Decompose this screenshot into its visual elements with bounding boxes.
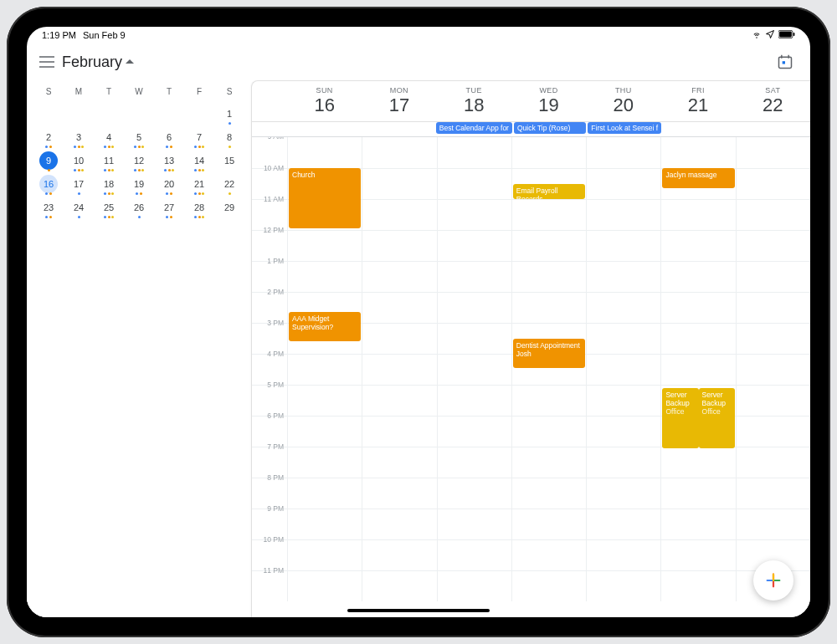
- event-dots: [124, 192, 154, 195]
- mini-day-number: 12: [130, 151, 148, 170]
- event-dots: [214, 122, 244, 125]
- mini-day-cell[interactable]: 16: [33, 173, 64, 197]
- event-dots: [94, 216, 124, 218]
- month-dropdown[interactable]: February: [62, 54, 134, 71]
- home-indicator[interactable]: [347, 609, 490, 612]
- weekday-label: THU: [586, 86, 660, 95]
- week-body[interactable]: 9 AM10 AM11 AM12 PM1 PM2 PM3 PM4 PM5 PM6…: [252, 137, 810, 617]
- sidebar: SMTWTFS 12345678910111213141516171819202…: [27, 80, 251, 617]
- hour-label: 5 PM: [267, 381, 284, 389]
- day-column[interactable]: [586, 137, 660, 601]
- mini-day-cell[interactable]: 21: [184, 173, 214, 197]
- allday-slot[interactable]: [361, 122, 434, 136]
- mini-day-cell[interactable]: 9: [33, 150, 64, 173]
- calendar-event[interactable]: Church: [289, 168, 361, 228]
- week-day-header[interactable]: THU20: [586, 84, 660, 121]
- day-column[interactable]: [736, 137, 810, 601]
- allday-slot[interactable]: [287, 122, 361, 136]
- mini-day-cell[interactable]: 17: [64, 173, 94, 197]
- svg-rect-1: [779, 32, 792, 38]
- allday-slot[interactable]: Quick Tip (Rose): [513, 122, 587, 136]
- day-column[interactable]: ChurchAAA Midget Supervision?: [287, 137, 362, 601]
- mini-day-cell[interactable]: 3: [64, 126, 94, 150]
- day-column[interactable]: [362, 137, 436, 601]
- mini-day-cell[interactable]: 10: [64, 150, 94, 173]
- event-dots: [184, 169, 214, 171]
- day-column[interactable]: Jaclyn massageServer BackupOfficeServer …: [660, 137, 735, 601]
- weekday-label: TUE: [437, 86, 511, 95]
- mini-day-cell[interactable]: 13: [154, 150, 184, 173]
- day-column[interactable]: Email Payroll RecordsDentist Appointment…: [511, 137, 586, 601]
- mini-day-cell[interactable]: 28: [184, 197, 214, 220]
- mini-day-number: 24: [69, 198, 88, 217]
- mini-day-number: [39, 105, 58, 123]
- menu-button[interactable]: [35, 50, 59, 74]
- mini-day-cell[interactable]: 26: [124, 197, 154, 220]
- mini-day-cell[interactable]: 24: [64, 197, 94, 220]
- hour-label: 9 PM: [267, 504, 284, 513]
- week-day-header[interactable]: MON17: [362, 84, 436, 121]
- mini-weekday: M: [64, 84, 94, 103]
- event-dots: [154, 169, 184, 171]
- weekday-number: 19: [511, 95, 586, 116]
- week-day-header[interactable]: FRI21: [660, 84, 735, 121]
- add-event-button[interactable]: [753, 560, 793, 601]
- mini-day-cell[interactable]: 19: [124, 173, 154, 197]
- app-header: February: [27, 43, 810, 80]
- mini-day-number: 4: [100, 128, 118, 146]
- allday-slot[interactable]: First Look at Sensei f: [587, 122, 662, 136]
- event-dots: [154, 146, 184, 148]
- ipad-frame: 1:19 PM Sun Feb 9 February: [7, 7, 830, 637]
- mini-day-cell[interactable]: 5: [124, 126, 154, 150]
- mini-day-cell[interactable]: 2: [33, 126, 64, 150]
- hour-label: 7 PM: [267, 442, 284, 451]
- allday-slot[interactable]: [737, 122, 810, 136]
- day-column[interactable]: [437, 137, 511, 601]
- weekday-label: FRI: [660, 86, 735, 95]
- mini-day-cell[interactable]: 7: [184, 126, 214, 150]
- mini-day-cell[interactable]: 12: [124, 150, 154, 173]
- calendar-event[interactable]: Server BackupOffice: [699, 388, 735, 448]
- event-dots: [214, 146, 244, 148]
- week-day-header[interactable]: WED19: [511, 84, 586, 121]
- mini-day-number: 20: [160, 175, 178, 193]
- mini-day-cell[interactable]: 23: [33, 197, 64, 220]
- mini-day-cell[interactable]: 18: [94, 173, 124, 197]
- status-bar: 1:19 PM Sun Feb 9: [27, 27, 810, 43]
- event-dots: [64, 169, 94, 171]
- mini-day-cell[interactable]: 27: [154, 197, 184, 220]
- weekday-number: 21: [660, 95, 735, 116]
- calendar-event[interactable]: Jaclyn massage: [662, 168, 734, 188]
- week-day-header[interactable]: TUE18: [437, 84, 511, 121]
- today-button[interactable]: [773, 50, 797, 74]
- mini-day-cell[interactable]: 25: [94, 197, 124, 220]
- hour-label: 8 PM: [267, 473, 284, 482]
- calendar-event[interactable]: Email Payroll Records: [513, 184, 585, 199]
- allday-event[interactable]: First Look at Sensei f: [588, 122, 661, 134]
- week-day-header[interactable]: SUN16: [287, 84, 362, 121]
- allday-slot[interactable]: Best Calendar App for: [435, 122, 513, 136]
- event-dots: [154, 192, 184, 195]
- allday-event[interactable]: Best Calendar App for: [436, 122, 512, 134]
- mini-day-cell[interactable]: 4: [94, 126, 124, 150]
- mini-day-number: 27: [160, 198, 178, 217]
- mini-day-number: 2: [39, 128, 58, 146]
- mini-day-cell[interactable]: 29: [214, 197, 244, 220]
- mini-day-cell[interactable]: 22: [214, 173, 244, 197]
- mini-day-cell[interactable]: 14: [184, 150, 214, 173]
- calendar-event[interactable]: Dentist Appointment Josh: [513, 339, 585, 368]
- mini-day-cell[interactable]: 1: [214, 103, 244, 126]
- mini-day-cell[interactable]: 20: [154, 173, 184, 197]
- mini-day-number: 17: [69, 175, 88, 193]
- allday-slot[interactable]: [662, 122, 736, 136]
- week-day-header[interactable]: SAT22: [736, 84, 810, 121]
- weekday-label: SAT: [736, 86, 810, 95]
- mini-day-cell[interactable]: 8: [214, 126, 244, 150]
- allday-event[interactable]: Quick Tip (Rose): [514, 122, 586, 134]
- status-date: Sun Feb 9: [83, 30, 126, 40]
- mini-day-cell[interactable]: 6: [154, 126, 184, 150]
- calendar-event[interactable]: AAA Midget Supervision?: [289, 312, 361, 341]
- calendar-event[interactable]: Server BackupOffice: [662, 388, 698, 448]
- mini-day-cell[interactable]: 11: [94, 150, 124, 173]
- mini-day-cell[interactable]: 15: [214, 150, 244, 173]
